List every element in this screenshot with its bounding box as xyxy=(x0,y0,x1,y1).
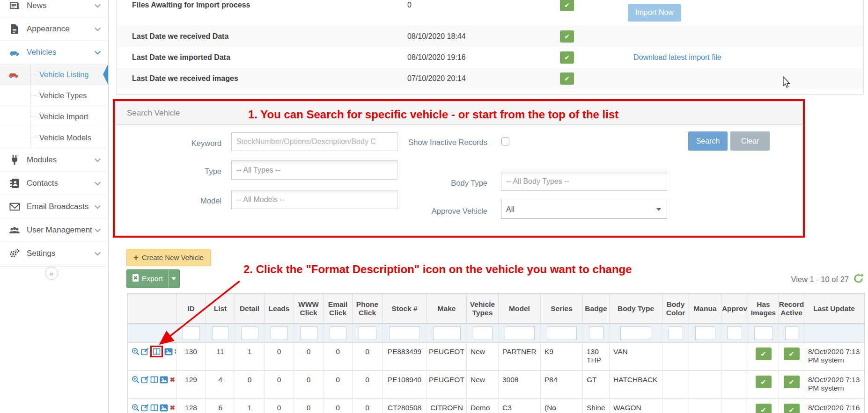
sidebar-collapse-button[interactable]: « xyxy=(45,267,58,280)
column-header-series[interactable]: Series xyxy=(541,294,583,324)
export-dropdown-caret[interactable] xyxy=(168,270,179,288)
filter-input-model[interactable] xyxy=(505,326,535,340)
sidebar-item-vehicle-import[interactable]: Vehicle Import xyxy=(0,106,108,127)
images-icon[interactable] xyxy=(160,376,168,384)
cell-email-click: 0 xyxy=(324,343,353,371)
table-row: ✖129400000PE108940PEUGEOTNew3008P84GTHAT… xyxy=(128,371,864,399)
images-icon[interactable] xyxy=(160,404,168,412)
sidebar-item-settings[interactable]: Settings xyxy=(0,242,108,265)
appearance-icon xyxy=(8,23,21,35)
format-description-icon[interactable] xyxy=(150,376,158,384)
show-inactive-label: Show Inactive Records xyxy=(398,136,487,148)
filter-input-email-click[interactable] xyxy=(330,326,346,340)
column-header-stock-[interactable]: Stock # xyxy=(383,294,427,324)
zoom-in-icon[interactable] xyxy=(132,376,140,384)
sidebar-item-vehicle-models[interactable]: Vehicle Models xyxy=(0,127,108,148)
keyword-input[interactable] xyxy=(231,132,397,151)
column-header-actions[interactable] xyxy=(128,294,177,324)
filter-input-manua[interactable] xyxy=(695,326,715,340)
edit-icon[interactable] xyxy=(141,404,149,412)
column-header-list[interactable]: List xyxy=(206,294,235,324)
filter-input-record-active[interactable] xyxy=(785,326,798,340)
sidebar-item-news[interactable]: News xyxy=(0,0,108,17)
filter-input-stock-[interactable] xyxy=(389,326,420,340)
refresh-icon[interactable] xyxy=(853,273,864,286)
edit-icon[interactable] xyxy=(141,376,149,384)
filter-cell xyxy=(128,324,177,343)
type-dropdown[interactable]: -- All Types -- xyxy=(231,160,397,180)
filter-input-detail[interactable] xyxy=(241,326,258,340)
sidebar-item-vehicle-types[interactable]: Vehicle Types xyxy=(0,85,108,106)
format-description-icon[interactable] xyxy=(150,404,158,412)
column-header-leads[interactable]: Leads xyxy=(265,294,294,324)
cell-series: (No xyxy=(541,399,583,413)
cell-vehicle-type: Demo xyxy=(467,399,499,413)
column-header-manua[interactable]: Manua xyxy=(689,294,721,324)
column-header-body-color[interactable]: Body Color xyxy=(662,294,689,324)
sidebar-item-vehicles[interactable]: Vehicles xyxy=(0,41,108,64)
sidebar-item-label: User Management xyxy=(27,225,92,235)
filter-input-body-type[interactable] xyxy=(620,326,651,340)
sidebar-item-contacts[interactable]: Contacts xyxy=(0,172,108,195)
column-header-record-active[interactable]: Record Active xyxy=(779,294,804,324)
filter-input-make[interactable] xyxy=(433,326,461,340)
images-icon[interactable] xyxy=(164,348,173,355)
delete-icon[interactable]: ✖ xyxy=(169,376,176,384)
sidebar-item-email-broadcasts[interactable]: Email Broadcasts xyxy=(0,195,108,218)
column-header-model[interactable]: Model xyxy=(499,294,541,324)
column-header-badge[interactable]: Badge xyxy=(583,294,610,324)
filter-cell xyxy=(177,324,206,343)
filter-input-has-images[interactable] xyxy=(754,326,773,340)
format-description-icon[interactable] xyxy=(150,346,163,357)
tree-tick xyxy=(30,116,36,117)
model-dropdown[interactable]: -- All Models -- xyxy=(231,190,397,209)
filter-input-approv[interactable] xyxy=(728,326,742,340)
cell-id: 129 xyxy=(177,371,206,399)
download-import-file-link[interactable]: Download latest import file xyxy=(633,53,721,62)
filter-input-body-color[interactable] xyxy=(669,326,683,340)
zoom-in-icon[interactable] xyxy=(132,348,140,355)
sidebar-item-modules[interactable]: Modules xyxy=(0,148,108,172)
sidebar-item-user-management[interactable]: User Management xyxy=(0,218,108,242)
check-icon: ✔ xyxy=(784,404,800,413)
filter-input-phone-click[interactable] xyxy=(359,326,376,340)
approve-vehicle-select[interactable]: All xyxy=(501,200,667,219)
column-header-body-type[interactable]: Body Type xyxy=(610,294,662,324)
sidebar-item-vehicle-listing[interactable]: Vehicle Listing xyxy=(0,64,108,85)
filter-input-badge[interactable] xyxy=(589,326,603,340)
column-header-make[interactable]: Make xyxy=(427,294,467,324)
filter-input-id[interactable] xyxy=(183,326,200,340)
filter-input-series[interactable] xyxy=(547,326,577,340)
import-row-value: 0 xyxy=(407,1,412,9)
delete-icon[interactable]: ✖ xyxy=(169,404,176,412)
import-now-button[interactable]: Import Now xyxy=(628,4,681,22)
edit-icon[interactable] xyxy=(141,348,149,355)
zoom-in-icon[interactable] xyxy=(132,404,140,412)
column-header-id[interactable]: ID xyxy=(177,294,206,324)
column-header-email-click[interactable]: Email Click xyxy=(324,294,353,324)
filter-input-leads[interactable] xyxy=(271,326,288,340)
filter-input-list[interactable] xyxy=(212,326,229,340)
column-header-approv[interactable]: Approv xyxy=(721,294,748,324)
create-new-vehicle-button[interactable]: + Create New Vehicle xyxy=(126,249,211,266)
column-header-vehicle-types[interactable]: Vehicle Types xyxy=(467,294,499,324)
cell-last-update: 8/Oct/2020 7:16 xyxy=(804,399,864,413)
sidebar-item-appearance[interactable]: Appearance xyxy=(0,17,108,41)
export-button[interactable]: Export xyxy=(126,269,180,288)
column-header-www-click[interactable]: WWW Click xyxy=(294,294,324,324)
clear-button[interactable]: Clear xyxy=(730,131,770,151)
cell-manual xyxy=(689,371,721,399)
car-icon xyxy=(7,69,20,80)
filter-input-vehicle-types[interactable] xyxy=(473,326,493,340)
vehicle-table: IDListDetailLeadsWWW ClickEmail ClickPho… xyxy=(127,293,865,413)
search-button[interactable]: Search xyxy=(688,131,728,151)
column-header-phone-click[interactable]: Phone Click xyxy=(353,294,383,324)
column-header-detail[interactable]: Detail xyxy=(235,294,265,324)
body-type-dropdown[interactable]: -- All Body Types -- xyxy=(501,172,667,191)
row-actions-cell: ✖ xyxy=(128,371,177,399)
column-header-has-images[interactable]: Has Images xyxy=(748,294,779,324)
column-header-last-update[interactable]: Last Update xyxy=(804,294,864,324)
cell-manual xyxy=(689,343,721,371)
filter-input-www-click[interactable] xyxy=(300,326,317,340)
show-inactive-checkbox[interactable] xyxy=(501,138,509,145)
